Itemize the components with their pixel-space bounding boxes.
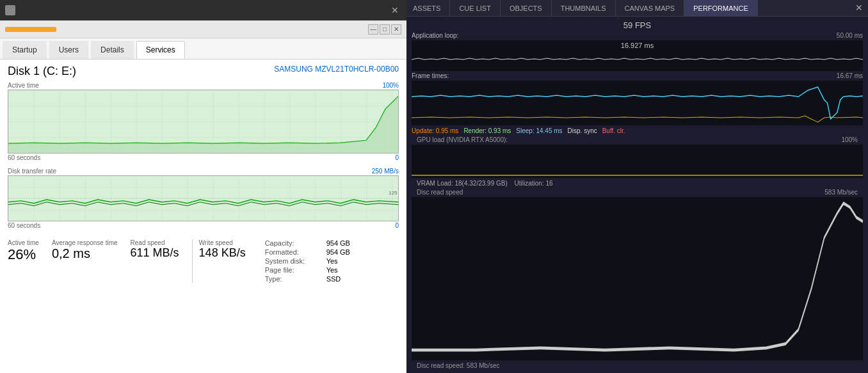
gpu-section: GPU load (NVIDIA RTX A5000): 100% bbox=[406, 136, 868, 179]
write-speed-label: Write speed bbox=[199, 239, 246, 246]
tab-services[interactable]: Services bbox=[136, 41, 185, 59]
type-row: Type: SSD bbox=[265, 275, 350, 283]
formatted-key: Formatted: bbox=[265, 248, 323, 256]
tab-cue-list[interactable]: CUE LIST bbox=[450, 0, 501, 16]
tab-thumbnails[interactable]: THUMBNAILS bbox=[552, 0, 616, 16]
gpu-right: 100% bbox=[841, 136, 858, 143]
vram-row: VRAM Load: 18(4.32/23.99 GB) Utilization… bbox=[406, 179, 868, 188]
vram-util: Utilization: 16 bbox=[515, 180, 553, 187]
transfer-max: 250 MB/s bbox=[372, 168, 399, 175]
capacity-row: Capacity: 954 GB bbox=[265, 239, 350, 247]
transfer-chart: 125 MB/s bbox=[8, 175, 399, 221]
tab-users[interactable]: Users bbox=[49, 41, 88, 59]
detail-block: Capacity: 954 GB Formatted: 954 GB Syste… bbox=[265, 239, 350, 283]
transfer-val: 0 bbox=[395, 222, 399, 229]
tab-canvas-maps[interactable]: CANVAS MAPS bbox=[616, 0, 685, 16]
tab-startup[interactable]: Startup bbox=[3, 41, 47, 59]
window-titlebar: ✕ bbox=[0, 0, 406, 20]
system-disk-key: System disk: bbox=[265, 257, 323, 265]
page-file-row: Page file: Yes bbox=[265, 266, 350, 274]
disc-section: Disc read speed 583 Mb/sec Disc read spe… bbox=[406, 188, 868, 370]
disk-title: Disk 1 (C: E:) bbox=[8, 65, 76, 78]
type-key: Type: bbox=[265, 275, 323, 283]
frame-times-right: 16.67 ms bbox=[837, 72, 863, 79]
timing-sleep: Sleep: 14.45 ms bbox=[516, 127, 562, 134]
svg-text:125 MB/s: 125 MB/s bbox=[389, 190, 398, 196]
titlebar-left bbox=[5, 5, 15, 15]
read-speed-item: Read speed 611 MB/s bbox=[131, 239, 186, 283]
svg-rect-8 bbox=[412, 145, 863, 178]
read-speed-value: 611 MB/s bbox=[131, 246, 179, 260]
write-speed-item: Write speed 148 KB/s bbox=[199, 239, 252, 283]
type-val: SSD bbox=[326, 275, 341, 283]
titlebar-close[interactable]: ✕ bbox=[389, 4, 401, 17]
active-time-label: Active time bbox=[8, 82, 39, 89]
capacity-val: 954 GB bbox=[326, 239, 350, 247]
app-loop-value: 16.927 ms bbox=[621, 42, 654, 49]
read-speed-label: Read speed bbox=[131, 239, 179, 246]
active-time-footer: 60 seconds 0 bbox=[8, 154, 399, 161]
disc-right: 583 Mb/sec bbox=[824, 189, 858, 196]
avg-resp-value: 0,2 ms bbox=[52, 246, 118, 261]
app-loop-chart: 16.927 ms bbox=[412, 40, 863, 71]
fps-display: 59 FPS bbox=[406, 19, 868, 31]
speed-block: Read speed 611 MB/s Write speed 148 KB/s bbox=[131, 239, 252, 283]
active-time-stat-label: Active time bbox=[8, 239, 39, 246]
tab-performance[interactable]: PERFORMANCE bbox=[684, 0, 758, 16]
svg-rect-7 bbox=[412, 81, 863, 125]
active-time-stat: Active time 26% bbox=[8, 239, 39, 283]
right-panel: ASSETS CUE LIST OBJECTS THUMBNAILS CANVA… bbox=[406, 0, 868, 373]
timing-buff: Buff. clr. bbox=[602, 127, 625, 134]
disc-speed-label: Disc read speed: 583 Mb/sec bbox=[412, 361, 863, 370]
frame-times-chart bbox=[412, 81, 863, 125]
disc-label: Disc read speed bbox=[417, 189, 463, 196]
frame-times-label: Frame times: bbox=[412, 72, 449, 79]
vram-label: VRAM Load: 18(4.32/23.99 GB) bbox=[417, 180, 508, 187]
timing-render: Render: 0.93 ms bbox=[463, 127, 511, 134]
formatted-val: 954 GB bbox=[326, 248, 350, 256]
content-area: Startup Users Details Services Disk 1 (C… bbox=[0, 38, 406, 373]
tab-details[interactable]: Details bbox=[91, 41, 134, 59]
transfer-rate-section: Disk transfer rate 250 MB/s bbox=[8, 168, 399, 233]
perf-content: 59 FPS Application loop: 50.00 ms 16.927… bbox=[406, 17, 868, 373]
timing-update: Update: 0.95 ms bbox=[412, 127, 458, 134]
avg-response-stat: Average response time 0,2 ms bbox=[52, 239, 118, 283]
frame-times-header: Frame times: 16.67 ms bbox=[412, 72, 863, 80]
tab-bar: Startup Users Details Services bbox=[0, 38, 406, 60]
active-time-val: 0 bbox=[395, 154, 399, 161]
transfer-header: Disk transfer rate 250 MB/s bbox=[8, 168, 399, 175]
right-panel-close[interactable]: ✕ bbox=[850, 0, 868, 16]
timing-disp: Disp. sync bbox=[568, 127, 597, 134]
transfer-range: 60 seconds bbox=[8, 222, 40, 229]
system-disk-val: Yes bbox=[326, 257, 338, 265]
minimize-button[interactable]: — bbox=[368, 24, 378, 35]
app-loop-section: Application loop: 50.00 ms 16.927 ms bbox=[406, 31, 868, 72]
active-time-max: 100% bbox=[382, 82, 399, 89]
maximize-button[interactable]: □ bbox=[380, 24, 390, 35]
stats-row: Active time 26% Average response time 0,… bbox=[8, 239, 399, 283]
active-time-section: Active time 100% bbox=[8, 82, 399, 165]
gpu-chart bbox=[412, 145, 863, 178]
top-bar: — □ ✕ bbox=[0, 20, 406, 38]
frame-times-section: Frame times: 16.67 ms bbox=[406, 72, 868, 126]
formatted-row: Formatted: 954 GB bbox=[265, 248, 350, 256]
close-button[interactable]: ✕ bbox=[391, 24, 401, 35]
tab-assets[interactable]: ASSETS bbox=[406, 0, 450, 16]
timing-row: Update: 0.95 ms Render: 0.93 ms Sleep: 1… bbox=[406, 126, 868, 136]
capacity-key: Capacity: bbox=[265, 239, 323, 247]
app-loop-right: 50.00 ms bbox=[837, 32, 863, 39]
disk-model: SAMSUNG MZVL21T0HCLR-00B00 bbox=[274, 65, 399, 74]
svg-rect-10 bbox=[412, 197, 863, 360]
active-time-chart bbox=[8, 90, 399, 154]
gpu-header: GPU load (NVIDIA RTX A5000): 100% bbox=[412, 136, 863, 144]
window-controls[interactable]: — □ ✕ bbox=[368, 24, 401, 35]
page-file-key: Page file: bbox=[265, 266, 323, 274]
transfer-footer: 60 seconds 0 bbox=[8, 222, 399, 229]
write-speed-value: 148 KB/s bbox=[199, 246, 246, 260]
active-time-range: 60 seconds bbox=[8, 154, 40, 161]
disc-chart bbox=[412, 197, 863, 360]
tab-objects[interactable]: OBJECTS bbox=[501, 0, 552, 16]
avg-resp-label: Average response time bbox=[52, 239, 118, 246]
disc-header: Disc read speed 583 Mb/sec bbox=[412, 188, 863, 196]
page-file-val: Yes bbox=[326, 266, 338, 274]
